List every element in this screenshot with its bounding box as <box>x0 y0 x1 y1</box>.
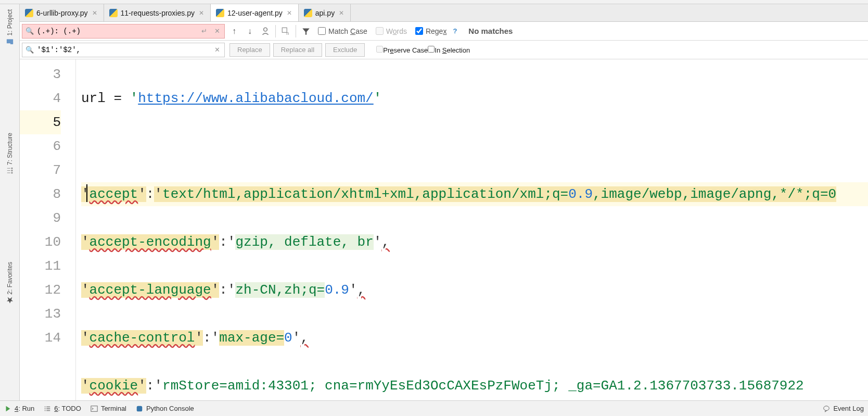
replace-input-container: 🔍 ✕ <box>22 43 225 57</box>
replace-all-button[interactable]: Replace all <box>273 43 322 57</box>
python-file-icon <box>109 9 118 17</box>
python-file-icon <box>304 9 312 17</box>
close-icon[interactable]: ✕ <box>91 9 98 17</box>
editor-tabs: 6-urllib-proxy.py ✕ 11-requests-proxies.… <box>20 4 868 22</box>
exclude-button[interactable]: Exclude <box>325 43 365 57</box>
svg-rect-2 <box>11 172 12 173</box>
in-selection-checkbox[interactable]: In Selection <box>428 46 470 54</box>
code-line: url = 'https://www.alibabacloud.com/' <box>81 86 868 110</box>
favorites-tool-tab[interactable]: 2: Favorites <box>5 260 15 306</box>
search-icon: 🔍 <box>22 46 37 54</box>
search-icon: 🔍 <box>22 27 37 35</box>
python-file-icon <box>216 9 224 17</box>
find-input[interactable] <box>37 27 198 35</box>
find-bar: 🔍 ↵ ✕ ↑ ↓ n Match Case Words Regex ? No … <box>20 22 868 41</box>
svg-rect-6 <box>7 170 10 171</box>
match-case-checkbox[interactable]: Match Case <box>318 27 367 35</box>
svg-rect-4 <box>11 168 12 169</box>
clear-replace-icon[interactable]: ✕ <box>210 46 224 54</box>
python-icon <box>136 405 143 412</box>
svg-point-9 <box>264 28 267 31</box>
todo-tool-button[interactable]: 6: TODO <box>44 405 81 412</box>
svg-point-22 <box>824 406 829 410</box>
code-line: 'accept-language':'zh-CN,zh;q=0.9', <box>81 278 868 302</box>
code-line: 'accept-encoding':'gzip, deflate, br', <box>81 230 868 254</box>
svg-marker-12 <box>302 28 310 34</box>
code-line: 'cookie':'rmStore=amid:43301; cna=rmYyEs… <box>81 374 868 398</box>
regex-help-link[interactable]: ? <box>451 27 459 35</box>
structure-tool-tab[interactable]: 7: Structure <box>5 131 15 177</box>
code-line <box>81 134 868 158</box>
regex-checkbox[interactable]: Regex <box>415 27 446 35</box>
code-line: 'cache-control':'max-age=0', <box>81 326 868 350</box>
next-match-button[interactable]: ↓ <box>242 23 258 39</box>
svg-rect-14 <box>45 406 46 407</box>
tab-api[interactable]: api.py ✕ <box>299 4 351 21</box>
code-line: 'accept':'text/html,application/xhtml+xm… <box>81 182 868 206</box>
terminal-tool-button[interactable]: Terminal <box>91 405 126 412</box>
replace-bar: 🔍 ✕ Replace Replace all Exclude Preserve… <box>20 41 868 59</box>
add-selection-button[interactable]: n <box>278 23 293 39</box>
structure-icon <box>6 167 14 174</box>
svg-rect-5 <box>7 172 10 173</box>
balloon-icon <box>823 405 830 412</box>
tab-12-user-agent[interactable]: 12-user-agent.py ✕ <box>211 4 299 21</box>
list-icon <box>44 405 51 412</box>
event-log-button[interactable]: Event Log <box>823 405 864 412</box>
clear-find-icon[interactable]: ✕ <box>210 27 224 35</box>
python-console-button[interactable]: Python Console <box>136 405 194 412</box>
close-icon[interactable]: ✕ <box>286 9 293 17</box>
svg-rect-18 <box>47 408 50 409</box>
select-all-occurrences-button[interactable] <box>258 23 273 39</box>
svg-text:n: n <box>286 30 289 35</box>
person-icon <box>261 27 270 36</box>
find-input-container: 🔍 ↵ ✕ <box>22 24 225 39</box>
svg-rect-16 <box>45 410 46 411</box>
python-file-icon <box>25 9 33 17</box>
svg-rect-15 <box>45 408 46 409</box>
funnel-icon <box>301 27 311 36</box>
match-count-label: No matches <box>459 27 513 35</box>
svg-marker-8 <box>6 297 12 303</box>
close-icon[interactable]: ✕ <box>198 9 205 17</box>
svg-rect-1 <box>10 42 12 44</box>
play-icon <box>4 405 11 412</box>
run-tool-button[interactable]: 4: 4: RunRun <box>4 405 34 412</box>
terminal-icon <box>91 405 98 412</box>
tab-11-requests-proxies[interactable]: 11-requests-proxies.py ✕ <box>104 4 211 21</box>
words-checkbox[interactable]: Words <box>376 27 407 35</box>
svg-rect-7 <box>7 168 10 168</box>
svg-rect-20 <box>91 406 97 411</box>
tool-window-left-bar: 1: Project 7: Structure 2: Favorites <box>0 4 20 400</box>
close-icon[interactable]: ✕ <box>338 9 345 17</box>
replace-input[interactable] <box>37 46 210 54</box>
code-area[interactable]: url = 'https://www.alibabacloud.com/' 'a… <box>76 59 868 400</box>
svg-rect-21 <box>137 406 143 411</box>
enter-icon: ↵ <box>198 27 210 35</box>
editor[interactable]: 3 4 5 6 7 8 9 10 11 12 13 14 url = 'http… <box>20 59 868 400</box>
project-tool-tab[interactable]: 1: Project <box>5 7 15 47</box>
replace-button[interactable]: Replace <box>229 43 270 57</box>
folder-icon <box>6 38 14 45</box>
prev-match-button[interactable]: ↑ <box>226 23 242 39</box>
tab-6-urllib-proxy[interactable]: 6-urllib-proxy.py ✕ <box>20 4 104 21</box>
preserve-case-checkbox[interactable]: Preserve Case <box>376 46 428 54</box>
svg-marker-13 <box>6 406 10 411</box>
svg-rect-3 <box>11 170 12 171</box>
svg-rect-17 <box>47 406 50 407</box>
line-number-gutter: 3 4 5 6 7 8 9 10 11 12 13 14 <box>20 59 76 400</box>
status-bar: 4: 4: RunRun 6: TODO Terminal Python Con… <box>0 400 868 416</box>
star-icon <box>6 296 14 304</box>
svg-rect-19 <box>47 410 50 411</box>
text-caret <box>86 184 87 202</box>
select-next-icon: n <box>281 27 290 36</box>
filter-button[interactable] <box>298 23 314 39</box>
